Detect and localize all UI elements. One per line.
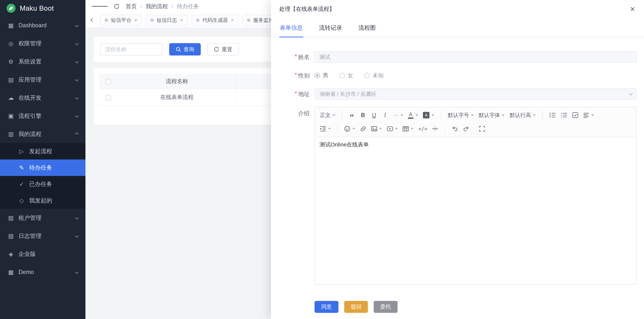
sidebar-item-tenant[interactable]: ▧ 租户管理	[0, 209, 86, 227]
undo-button[interactable]	[450, 124, 460, 134]
ordered-list-button[interactable]	[558, 110, 569, 120]
demo-icon: ▩	[8, 269, 14, 276]
tabs-scroll-left-icon[interactable]	[89, 19, 96, 22]
divider-button[interactable]	[430, 124, 440, 134]
tab-flow-records[interactable]: 流转记录	[319, 20, 342, 37]
rich-text-editor: 正文 “ B U I ···	[314, 107, 636, 285]
reject-button[interactable]: 驳回	[344, 301, 368, 313]
select-all-checkbox[interactable]	[106, 79, 111, 84]
redo-button[interactable]	[461, 124, 471, 134]
sidebar-item-workflow-engine[interactable]: ▣ 流程引擎	[0, 107, 86, 125]
font-size-select[interactable]: 默认字号	[446, 110, 476, 120]
sidebar-menu: ▦ Dashboard ◎ 权限管理 ⚙ 系统设置 ▤ 应用管理 ☁ 在	[0, 17, 86, 319]
todo-list-button[interactable]	[570, 110, 580, 120]
sidebar-item-label: 在线开发	[18, 94, 42, 102]
breadcrumb-my-process[interactable]: 我的流程	[146, 3, 168, 10]
page-tab-label: 短信日志	[156, 17, 177, 24]
bold-button[interactable]: B	[358, 110, 368, 120]
form-row-name: * 姓名 测试	[277, 51, 637, 63]
tab-form-info[interactable]: 表单信息	[279, 20, 303, 37]
caret-down-icon	[328, 128, 331, 129]
close-icon[interactable]: ×	[180, 18, 183, 23]
process-name-input[interactable]	[100, 43, 163, 56]
sidebar-item-label: 系统设置	[18, 58, 42, 66]
workflow-engine-icon: ▣	[8, 112, 14, 119]
close-icon[interactable]: ×	[630, 5, 635, 13]
logo: Maku Boot	[0, 0, 86, 17]
chevron-down-icon	[75, 270, 78, 274]
sidebar-item-demo[interactable]: ▩ Demo	[0, 263, 86, 281]
paragraph-style-select[interactable]: 正文	[318, 110, 337, 120]
gender-radio-female[interactable]: 女	[340, 72, 353, 79]
quote-button[interactable]: “	[347, 110, 357, 120]
caret-down-icon	[432, 115, 434, 116]
my-process-icon: ▥	[8, 131, 14, 137]
chevron-up-icon	[75, 132, 78, 136]
sidebar-item-label: 租户管理	[18, 214, 42, 222]
sidebar-item-label: 日志管理	[18, 232, 42, 240]
logo-text: Maku Boot	[20, 4, 54, 12]
line-height-select[interactable]: 默认行高	[508, 110, 538, 120]
sidebar-item-initiated[interactable]: ◇ 我发起的	[0, 192, 86, 209]
italic-button[interactable]: I	[380, 110, 390, 120]
app-root: Maku Boot ▦ Dashboard ◎ 权限管理 ⚙ 系统设置 ▤ 应用…	[0, 0, 644, 319]
tab-dot-icon	[150, 19, 154, 22]
sidebar-item-todo-tasks[interactable]: ✎ 待办任务	[0, 160, 86, 176]
more-styles-select[interactable]: ···	[391, 110, 405, 120]
table-select[interactable]	[400, 124, 416, 134]
reset-button[interactable]: 重置	[207, 43, 239, 56]
sidebar-item-label: Demo	[18, 269, 34, 275]
page-tab-code-generator[interactable]: 代码生成器 ×	[192, 15, 238, 26]
page-tab-label: 服务监控	[253, 17, 274, 24]
row-checkbox[interactable]	[106, 95, 111, 100]
indent-select[interactable]	[318, 124, 333, 134]
align-select[interactable]	[581, 110, 596, 120]
collapse-sidebar-icon[interactable]	[92, 5, 108, 8]
sidebar-item-my-process[interactable]: ▥ 我的流程	[0, 125, 86, 143]
address-select[interactable]: 湖南省 / 长沙市 / 岳麓区	[314, 88, 636, 100]
caret-down-icon	[400, 115, 403, 116]
breadcrumb-home[interactable]: 首页	[126, 3, 137, 10]
refresh-page-icon[interactable]	[114, 4, 120, 9]
initiated-icon: ◇	[18, 197, 25, 204]
sidebar-item-system-settings[interactable]: ⚙ 系统设置	[0, 53, 86, 71]
sidebar-item-start-process[interactable]: ▷ 发起流程	[0, 143, 86, 160]
close-icon[interactable]: ×	[134, 18, 138, 23]
ordered-list-icon	[560, 112, 567, 118]
delegate-button[interactable]: 委托	[374, 301, 398, 313]
font-family-select[interactable]: 默认字体	[477, 110, 507, 120]
code-block-button[interactable]: </>	[416, 124, 429, 134]
page-tab-sms-log[interactable]: 短信日志 ×	[146, 15, 188, 26]
link-button[interactable]	[358, 124, 368, 134]
video-select[interactable]	[385, 124, 400, 134]
sidebar-item-dashboard[interactable]: ▦ Dashboard	[0, 17, 86, 35]
caret-down-icon	[502, 115, 505, 116]
sidebar-item-app-management[interactable]: ▤ 应用管理	[0, 71, 86, 89]
image-icon	[371, 126, 377, 132]
sidebar-submenu-my-process: ▷ 发起流程 ✎ 待办任务 ✓ 已办任务 ◇ 我发起的	[0, 143, 86, 209]
fullscreen-button[interactable]	[477, 124, 487, 134]
page-tab-sms-platform[interactable]: 短信平台 ×	[100, 15, 142, 26]
query-button[interactable]: 查询	[169, 43, 201, 56]
gender-radio-unknown[interactable]: 未知	[364, 72, 384, 79]
sidebar-item-done-tasks[interactable]: ✓ 已办任务	[0, 176, 86, 192]
gender-radio-male[interactable]: 男	[314, 72, 328, 79]
bullet-list-button[interactable]	[547, 110, 558, 120]
sidebar-item-online-dev[interactable]: ☁ 在线开发	[0, 89, 86, 107]
sidebar-item-permissions[interactable]: ◎ 权限管理	[0, 35, 86, 53]
emoji-select[interactable]	[342, 124, 357, 134]
sidebar-item-enterprise[interactable]: ◈ 企业版	[0, 245, 86, 263]
highlight-color-select[interactable]: A	[421, 110, 436, 120]
tab-flow-diagram[interactable]: 流程图	[358, 20, 376, 37]
close-icon[interactable]: ×	[231, 18, 234, 23]
name-field[interactable]: 测试	[314, 51, 636, 63]
sidebar-item-logs[interactable]: ▨ 日志管理	[0, 227, 86, 245]
drawer-header: 处理【在线表单流程】 ×	[271, 0, 644, 17]
todo-task-icon: ✎	[18, 164, 25, 171]
font-color-select[interactable]: A	[406, 110, 420, 120]
image-select[interactable]	[369, 124, 384, 134]
underline-button[interactable]: U	[369, 110, 379, 120]
approve-button[interactable]: 同意	[314, 301, 338, 313]
editor-content[interactable]: 测试Online在线表单	[315, 137, 636, 284]
breadcrumb: 首页 / 我的流程 / 待办任务	[126, 3, 199, 10]
